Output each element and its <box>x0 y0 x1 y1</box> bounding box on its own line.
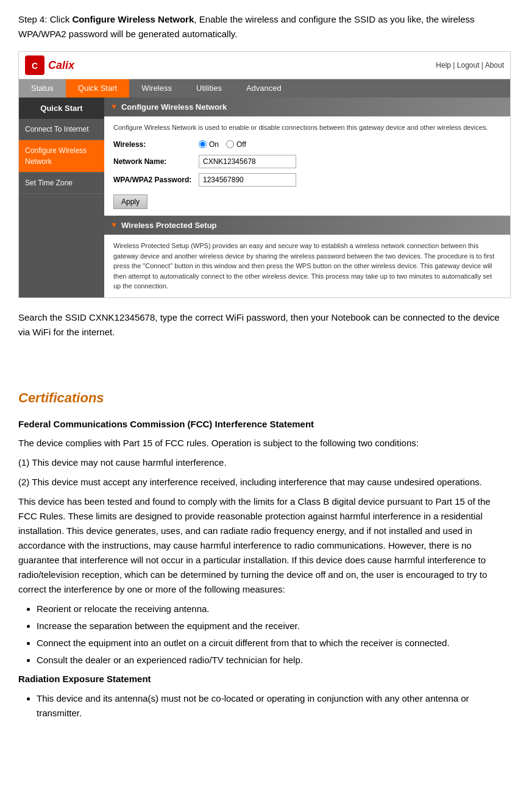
fcc-heading: Federal Communications Commission (FCC) … <box>18 418 511 432</box>
calix-logo-text: Calix <box>48 57 74 74</box>
tab-wireless[interactable]: Wireless <box>129 79 184 98</box>
sidebar-item-connect[interactable]: Connect To Internet <box>19 119 104 140</box>
wps-body: Wireless Protected Setup (WPS) provides … <box>104 235 510 297</box>
configure-wireless-title: Configure Wireless Network <box>121 101 227 113</box>
radiation-list: This device and its antenna(s) must not … <box>37 691 511 721</box>
wpa-password-input[interactable] <box>199 173 296 187</box>
wireless-radio-group: On Off <box>199 139 246 150</box>
fcc-intro: The device complies with Part 15 of FCC … <box>18 436 511 451</box>
configure-wireless-desc: Configure Wireless Network is used to en… <box>113 123 501 133</box>
network-name-row: Network Name: <box>113 155 501 168</box>
apply-button[interactable]: Apply <box>113 194 147 209</box>
measure-1: Reorient or relocate the receiving anten… <box>37 602 511 616</box>
wireless-label: Wireless: <box>113 139 199 150</box>
fcc-measures-list: Reorient or relocate the receiving anten… <box>37 602 511 668</box>
wireless-off-radio[interactable] <box>226 140 234 148</box>
measure-4: Consult the dealer or an experienced rad… <box>37 653 511 668</box>
sidebar-title: Quick Start <box>19 98 104 119</box>
router-sidebar: Quick Start Connect To Internet Configur… <box>19 98 104 297</box>
tab-utilities[interactable]: Utilities <box>184 79 234 98</box>
wps-arrow-icon: ▼ <box>110 219 118 230</box>
tab-quickstart[interactable]: Quick Start <box>66 79 129 98</box>
calix-logo-icon: C <box>25 55 44 75</box>
section-arrow-icon: ▼ <box>110 101 118 112</box>
certifications-title: Certifications <box>18 388 511 408</box>
router-nav: Status Quick Start Wireless Utilities Ad… <box>19 79 510 98</box>
configure-wireless-body: Configure Wireless Network is used to en… <box>104 116 510 216</box>
wireless-off-option[interactable]: Off <box>226 139 246 150</box>
tab-status[interactable]: Status <box>19 79 66 98</box>
tab-advanced[interactable]: Advanced <box>234 79 294 98</box>
radiation-item: This device and its antenna(s) must not … <box>37 691 511 721</box>
certifications-section: Certifications Federal Communications Co… <box>18 388 511 721</box>
radiation-heading: Radiation Exposure Statement <box>18 672 511 686</box>
wireless-on-option[interactable]: On <box>199 139 219 150</box>
sidebar-item-configure-wireless[interactable]: Configure Wireless Network <box>19 140 104 173</box>
sidebar-item-timezone[interactable]: Set Time Zone <box>19 173 104 194</box>
fcc-condition2: (2) This device must accept any interfer… <box>18 475 511 490</box>
measure-3: Connect the equipment into an outlet on … <box>37 636 511 650</box>
router-main-panel: ▼ Configure Wireless Network Configure W… <box>104 98 510 297</box>
after-screenshot-text: Search the SSID CXNK12345678, type the c… <box>18 310 511 340</box>
router-ui-screenshot: C Calix Help | Logout | About Status Qui… <box>18 51 511 298</box>
wpa-password-label: WPA/WPA2 Password: <box>113 174 199 185</box>
fcc-condition1: (1) This device may not cause harmful in… <box>18 455 511 470</box>
fcc-body: This device has been tested and found to… <box>18 494 511 597</box>
router-topbar: C Calix Help | Logout | About <box>19 52 510 79</box>
router-content: Quick Start Connect To Internet Configur… <box>19 98 510 297</box>
apply-button-row: Apply <box>113 191 501 209</box>
step4-intro: Step 4: Click Configure Wireless Network… <box>18 12 511 41</box>
network-name-label: Network Name: <box>113 156 199 167</box>
svg-text:C: C <box>32 61 38 71</box>
wps-header: ▼ Wireless Protected Setup <box>104 216 510 235</box>
wireless-on-radio[interactable] <box>199 140 207 148</box>
router-top-links: Help | Logout | About <box>436 60 504 71</box>
calix-logo: C Calix <box>25 55 74 75</box>
wps-title: Wireless Protected Setup <box>121 219 217 232</box>
wpa-password-row: WPA/WPA2 Password: <box>113 173 501 187</box>
wireless-off-label: Off <box>236 139 246 150</box>
configure-wireless-header: ▼ Configure Wireless Network <box>104 98 510 117</box>
wireless-row: Wireless: On Off <box>113 139 501 150</box>
network-name-input[interactable] <box>199 155 296 168</box>
wireless-on-label: On <box>209 139 219 150</box>
measure-2: Increase the separation between the equi… <box>37 619 511 633</box>
